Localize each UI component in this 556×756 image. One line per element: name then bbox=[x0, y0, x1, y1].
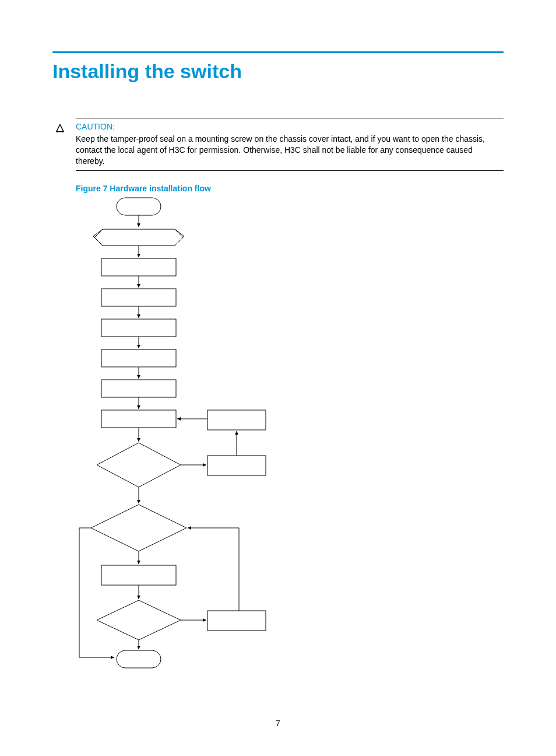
svg-rect-10 bbox=[101, 410, 176, 428]
flow-troubleshoot bbox=[207, 456, 266, 475]
svg-rect-4 bbox=[101, 319, 176, 337]
caution-rule-bottom bbox=[76, 170, 504, 171]
flow-end bbox=[117, 650, 161, 668]
svg-rect-6 bbox=[101, 349, 176, 367]
caution-rule-top bbox=[76, 118, 504, 118]
caution-body: Keep the tamper-proof seal on a mounting… bbox=[76, 134, 504, 167]
page-title: Installing the switch bbox=[52, 60, 504, 83]
caution-block: △ CAUTION: Keep the tamper-proof seal on… bbox=[76, 118, 504, 171]
flow-process-group bbox=[101, 258, 176, 442]
flow-turnoff bbox=[207, 410, 266, 430]
top-rule bbox=[52, 51, 504, 53]
flow-irf-box bbox=[101, 565, 176, 585]
svg-rect-0 bbox=[101, 258, 176, 276]
flow-decision-3 bbox=[97, 600, 181, 640]
svg-rect-2 bbox=[101, 289, 176, 306]
caution-label: CAUTION: bbox=[76, 122, 504, 131]
figure-caption: Figure 7 Hardware installation flow bbox=[76, 184, 504, 193]
flowchart bbox=[76, 197, 504, 677]
flow-decision-2 bbox=[91, 505, 186, 551]
flow-prep-shape bbox=[94, 229, 183, 246]
flow-start bbox=[117, 198, 161, 215]
caution-triangle-icon: △ bbox=[56, 121, 64, 133]
flow-decision-1 bbox=[97, 443, 181, 487]
flowchart-svg bbox=[76, 197, 291, 675]
page: Installing the switch △ CAUTION: Keep th… bbox=[0, 0, 556, 756]
svg-rect-8 bbox=[101, 380, 176, 397]
page-number: 7 bbox=[0, 719, 556, 728]
flow-irf-troubleshoot bbox=[207, 611, 266, 631]
